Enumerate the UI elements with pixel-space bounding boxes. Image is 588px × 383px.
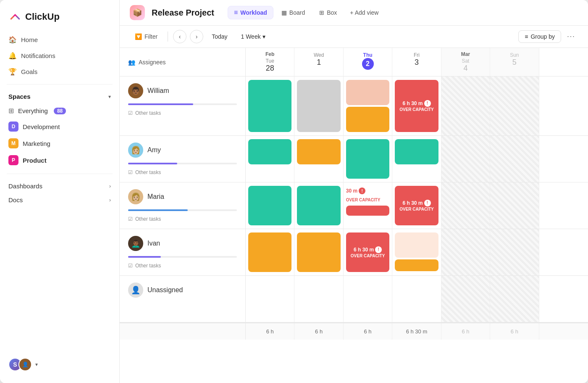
next-button[interactable]: › <box>190 30 203 43</box>
day-col-thu: Thu 2 <box>344 48 392 76</box>
person-info-ivan: 👨🏾‍🦱 Ivan ☑ Other tasks <box>120 229 246 275</box>
sidebar-item-everything[interactable]: ⊞ Everything 88 <box>0 103 119 118</box>
day-name-fri: Fri <box>397 52 436 58</box>
more-options-button[interactable]: ··· <box>564 30 578 43</box>
over-capacity-time-ivan: 6 h 30 m ! <box>354 246 382 253</box>
progress-fill-william <box>128 103 193 105</box>
avatar-stack: S 👤 <box>8 358 29 371</box>
sidebar-nav: 🏠 Home 🔔 Notifications 🏆 Goals <box>0 32 119 79</box>
tab-box[interactable]: ⊞ Box <box>313 6 343 19</box>
workload-block-amy-wed <box>297 139 340 164</box>
tab-board[interactable]: ▦ Board <box>275 6 311 19</box>
tasks-icon-maria: ☑ <box>128 216 133 222</box>
day-cell-william-sat <box>441 77 490 135</box>
avatar-maria: 👩🏼 <box>128 189 143 204</box>
name-amy: Amy <box>147 146 161 154</box>
chevron-right-icon-2: › <box>109 197 111 203</box>
sidebar-item-dashboards[interactable]: Dashboards › <box>0 179 119 193</box>
day-cell-maria-sun <box>490 182 539 229</box>
sidebar-item-goals[interactable]: 🏆 Goals <box>3 64 116 79</box>
sidebar-item-notifications[interactable]: 🔔 Notifications <box>3 48 116 63</box>
day-name-tue: Tue <box>251 58 289 64</box>
day-cell-maria-tue <box>246 182 294 229</box>
day-name-thu: Thu <box>349 52 387 58</box>
tab-workload[interactable]: ≡ Workload <box>228 6 273 19</box>
sidebar-item-docs[interactable]: Docs › <box>0 193 119 207</box>
sidebar-item-development[interactable]: D Development <box>0 118 119 135</box>
avatar-unassigned: 👤 <box>128 283 143 298</box>
toolbar-divider <box>168 32 168 42</box>
footer-day-sun: 6 h <box>490 323 539 340</box>
day-col-tue: Feb Tue 28 <box>246 48 294 76</box>
footer-day-thu: 6 h <box>344 323 392 340</box>
person-days-maria: 30 m ! OVER CAPACITY 6 h 30 m ! OVER <box>246 182 588 229</box>
workload-block-william-thu-top <box>346 80 389 105</box>
week-selector[interactable]: 1 Week ▾ <box>236 31 270 42</box>
over-capacity-time-william: 6 h 30 m ! <box>402 100 430 107</box>
day-cell-ivan-fri <box>392 229 441 275</box>
avatar-ivan: 👨🏾‍🦱 <box>128 236 143 251</box>
marketing-label: Marketing <box>23 140 50 147</box>
filter-button[interactable]: 🔽 Filter <box>130 31 163 42</box>
logo[interactable]: ClickUp <box>0 7 119 32</box>
progress-bar-amy <box>128 163 237 164</box>
top-header: 📦 Release Project ≡ Workload ▦ Board ⊞ B… <box>120 0 588 26</box>
workload-block-ivan-fri-2 <box>395 259 438 271</box>
tasks-icon-ivan: ☑ <box>128 263 133 269</box>
day-num-3: 3 <box>397 58 436 67</box>
day-num-5: 5 <box>495 58 533 67</box>
user-menu-chevron[interactable]: ▾ <box>35 362 38 367</box>
day-name-sun: Sun <box>495 52 533 58</box>
workload-block-maria-thu <box>346 206 389 216</box>
marketing-badge: M <box>8 138 18 148</box>
over-capacity-label-maria-fri: OVER CAPACITY <box>399 206 434 212</box>
day-cell-unassigned-tue <box>246 276 294 322</box>
person-header-william: 👨🏾 William <box>128 83 237 98</box>
spaces-header[interactable]: Spaces ▾ <box>0 90 119 103</box>
prev-button[interactable]: ‹ <box>173 30 186 43</box>
filter-label: Filter <box>144 33 158 40</box>
sidebar-item-marketing[interactable]: M Marketing <box>0 135 119 152</box>
development-badge: D <box>8 122 18 132</box>
day-cell-unassigned-thu <box>344 276 392 322</box>
person-row-unassigned: 👤 Unassigned <box>120 276 588 322</box>
board-tab-icon: ▦ <box>281 9 287 16</box>
day-name-wed: Wed <box>299 52 338 58</box>
add-view-button[interactable]: + Add view <box>345 7 383 18</box>
footer-days: 6 h 6 h 6 h 6 h 30 m 6 h 6 h <box>246 323 588 340</box>
sidebar-item-product[interactable]: P Product <box>0 152 119 169</box>
group-by-label: Group by <box>530 33 555 40</box>
workload-block-william-thu-bot <box>346 107 389 132</box>
person-header-amy: 👩🏼 Amy <box>128 143 237 158</box>
day-cell-unassigned-sat <box>441 276 490 322</box>
docs-label: Docs <box>8 196 23 203</box>
sidebar-item-home[interactable]: 🏠 Home <box>3 32 116 47</box>
board-tab-label: Board <box>289 9 305 16</box>
footer-day-tue: 6 h <box>246 323 294 340</box>
other-tasks-label-maria: Other tasks <box>135 216 161 222</box>
over-capacity-badge-ivan: ! <box>375 246 382 253</box>
other-tasks-maria[interactable]: ☑ Other tasks <box>128 216 237 222</box>
today-button[interactable]: Today <box>207 31 232 42</box>
main-content: 📦 Release Project ≡ Workload ▦ Board ⊞ B… <box>120 0 588 383</box>
dashboards-label: Dashboards <box>8 182 42 190</box>
person-info-unassigned: 👤 Unassigned <box>120 276 246 322</box>
project-title: Release Project <box>152 8 214 18</box>
progress-bar-ivan <box>128 256 237 258</box>
other-tasks-ivan[interactable]: ☑ Other tasks <box>128 263 237 269</box>
box-tab-label: Box <box>327 9 337 16</box>
day-cell-ivan-sat <box>441 229 490 275</box>
tasks-icon-amy: ☑ <box>128 169 133 175</box>
workload-block-maria-tue <box>248 186 291 225</box>
workload-block-william-fri: 6 h 30 m ! OVER CAPACITY <box>395 80 438 132</box>
trophy-icon: 🏆 <box>8 67 17 76</box>
day-cell-unassigned-sun <box>490 276 539 322</box>
over-capacity-text-ivan: 6 h 30 m <box>354 247 374 253</box>
person-info-amy: 👩🏼 Amy ☑ Other tasks <box>120 136 246 182</box>
day-cell-william-tue <box>246 77 294 135</box>
group-by-button[interactable]: ≡ Group by <box>518 30 561 43</box>
other-tasks-william[interactable]: ☑ Other tasks <box>128 110 237 116</box>
person-row-william: 👨🏾 William ☑ Other tasks <box>120 77 588 136</box>
other-tasks-amy[interactable]: ☑ Other tasks <box>128 169 237 175</box>
workload-block-william-tue <box>248 80 291 132</box>
